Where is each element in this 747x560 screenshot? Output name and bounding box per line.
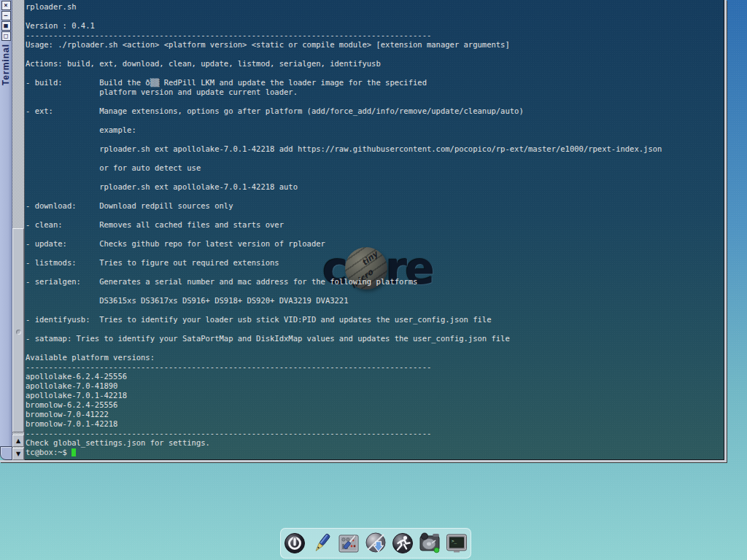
terminal-window: × − ■ □ Terminal ▲ ▼ c tiny micro re rpl… xyxy=(0,0,727,462)
terminal-scrollbar[interactable]: ▲ ▼ xyxy=(12,0,25,460)
shade-icon[interactable]: − xyxy=(1,11,11,20)
scrollbar-thumb-grip xyxy=(16,330,21,335)
terminal-icon[interactable]: >_ xyxy=(444,530,469,556)
scroll-up-icon[interactable]: ▲ xyxy=(12,435,24,447)
svg-text:>_: >_ xyxy=(452,538,457,544)
terminal-output: rploader.sh Version : 0.4.1 ------------… xyxy=(26,2,662,457)
run-icon[interactable] xyxy=(390,530,415,556)
iconify-icon[interactable]: □ xyxy=(1,31,11,41)
scrollbar-thumb[interactable] xyxy=(12,228,24,432)
power-icon[interactable] xyxy=(282,530,307,556)
scroll-down-icon[interactable]: ▼ xyxy=(12,448,24,460)
window-resize-handle[interactable] xyxy=(0,446,12,460)
control-panel-icon[interactable] xyxy=(336,530,361,556)
dock: >_ xyxy=(280,528,471,559)
mount-drive-icon[interactable] xyxy=(417,530,442,556)
terminal-cursor xyxy=(71,448,76,456)
apps-download-icon[interactable] xyxy=(363,530,388,556)
maximize-icon[interactable]: ■ xyxy=(1,21,11,31)
shell-prompt: tc@box:~$ xyxy=(26,448,71,456)
close-icon[interactable]: × xyxy=(1,1,11,10)
editor-pen-icon[interactable] xyxy=(309,530,334,556)
window-title: Terminal xyxy=(1,44,11,85)
terminal-output-text: rploader.sh Version : 0.4.1 ------------… xyxy=(26,2,662,447)
window-titlebar[interactable]: × − ■ □ Terminal xyxy=(0,0,12,446)
terminal-screen[interactable]: c tiny micro re rploader.sh Version : 0.… xyxy=(25,0,724,460)
